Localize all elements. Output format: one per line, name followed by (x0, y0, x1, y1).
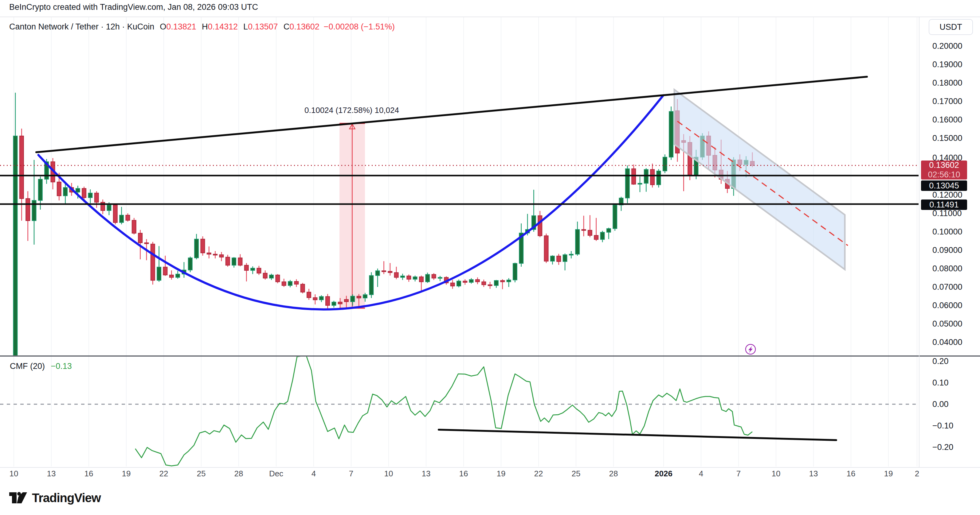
cmf-tick: 0.20 (932, 357, 978, 366)
time-tick: 10 (764, 469, 788, 479)
price-tick: 0.19000 (932, 60, 978, 69)
price-tick: 0.08000 (932, 264, 978, 273)
time-tick: 22 (151, 469, 176, 479)
time-axis-border (0, 467, 980, 468)
time-tick: 19 (489, 469, 513, 479)
time-tick: 2 (905, 469, 929, 479)
price-tick: 0.15000 (932, 134, 978, 143)
open-label: O (160, 22, 166, 32)
candles-series[interactable] (14, 93, 754, 361)
price-tick: 0.06000 (932, 301, 978, 310)
cmf-tick: −0.10 (932, 422, 978, 430)
tradingview-logo: TradingView (9, 489, 101, 506)
time-tick: Dec (264, 469, 288, 479)
time-tick: 13 (801, 469, 826, 479)
watermark-text: BeInCrypto created with TradingView.com,… (9, 2, 258, 12)
price-tick: 0.18000 (932, 79, 978, 87)
time-tick: 16 (839, 469, 863, 479)
cmf-tick: 0.10 (932, 379, 978, 387)
time-tick: 2026 (651, 469, 676, 479)
indicator-legend: CMF (20) −0.13 (10, 361, 72, 371)
price-tick: 0.05000 (932, 320, 978, 328)
level-price-label: 0.11491 (921, 200, 967, 210)
price-tick: 0.07000 (932, 283, 978, 291)
open-value: 0.13821 (166, 22, 196, 32)
time-tick: 10 (2, 469, 26, 479)
indicator-params: (20) (30, 361, 45, 371)
close-label: C (283, 22, 290, 32)
cmf-tick: 0.00 (932, 400, 978, 409)
time-tick: 16 (76, 469, 101, 479)
chart-canvas[interactable] (0, 0, 980, 515)
current-price-label: 0.1360202:56:10 (921, 160, 967, 179)
high-value: 0.14312 (208, 22, 238, 32)
cmf-trendline[interactable] (439, 430, 836, 440)
time-tick: 25 (564, 469, 588, 479)
time-tick: 4 (301, 469, 326, 479)
price-tick: 0.17000 (932, 97, 978, 106)
high-label: H (202, 22, 208, 32)
price-tick: 0.11000 (932, 209, 978, 218)
time-tick: 10 (376, 469, 401, 479)
price-tick: 0.09000 (932, 246, 978, 254)
time-tick: 19 (114, 469, 138, 479)
tradingview-logo-text: TradingView (32, 491, 101, 505)
symbol-legend: Canton Network / Tether · 12h · KuCoin O… (9, 22, 395, 32)
measure-label: 0.10024 (172.58%) 10,024 (290, 106, 413, 115)
price-axis-border (919, 17, 920, 467)
time-tick: 19 (876, 469, 901, 479)
indicator-value: −0.13 (51, 361, 72, 371)
time-tick: 22 (526, 469, 551, 479)
cmf-line (135, 356, 752, 466)
descending-channel[interactable] (675, 90, 848, 269)
currency-button[interactable]: USDT (929, 19, 973, 35)
time-tick: 28 (601, 469, 626, 479)
price-tick: 0.04000 (932, 338, 978, 347)
price-tick: 0.12000 (932, 190, 978, 199)
time-tick: 4 (689, 469, 713, 479)
low-value: 0.13507 (248, 22, 278, 32)
time-tick: 13 (414, 469, 438, 479)
time-tick: 16 (451, 469, 476, 479)
price-tick: 0.20000 (932, 42, 978, 50)
time-tick: 28 (226, 469, 251, 479)
level-price-label: 0.13045 (921, 181, 967, 191)
time-tick: 7 (339, 469, 363, 479)
low-label: L (243, 22, 248, 32)
cmf-tick: −0.20 (932, 443, 978, 452)
lightning-icon[interactable] (746, 344, 756, 354)
symbol-title: Canton Network / Tether · 12h · KuCoin (9, 22, 154, 32)
tradingview-logo-icon (9, 489, 28, 506)
measured-move-tool[interactable] (339, 124, 365, 308)
change-value: −0.00208 (−1.51%) (324, 22, 395, 32)
time-tick: 25 (189, 469, 213, 479)
price-tick: 0.10000 (932, 227, 978, 236)
close-value: 0.13602 (290, 22, 320, 32)
time-tick: 7 (726, 469, 751, 479)
price-tick: 0.16000 (932, 116, 978, 124)
bar-countdown: 02:56:10 (921, 170, 967, 179)
indicator-name: CMF (10, 361, 28, 371)
time-tick: 13 (39, 469, 64, 479)
tradingview-chart-export: BeInCrypto created with TradingView.com,… (0, 0, 980, 515)
chart-top-border (0, 17, 980, 17)
